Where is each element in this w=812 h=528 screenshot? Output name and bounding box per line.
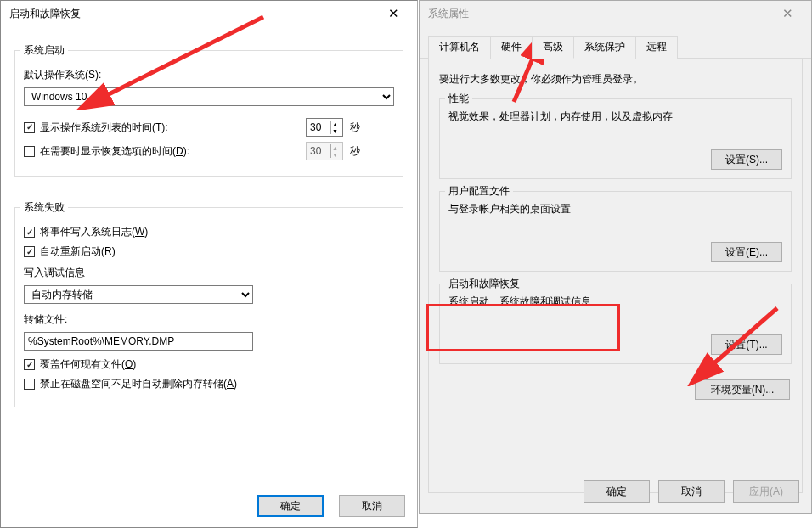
titlebar[interactable]: 启动和故障恢复 ✕ [1, 1, 417, 26]
profiles-desc: 与登录帐户相关的桌面设置 [448, 202, 782, 216]
close-button[interactable]: ✕ [770, 3, 804, 25]
group-label: 用户配置文件 [445, 184, 513, 199]
group-label: 系统启动 [20, 43, 68, 58]
system-failure-group: 系统失败 将事件写入系统日志(W) 自动重新启动(R) 写入调试信息 自动内存转… [14, 207, 403, 407]
startup-settings-button[interactable]: 设置(T)... [711, 334, 782, 355]
performance-group: 性能 视觉效果，处理器计划，内存使用，以及虚拟内存 设置(S)... [439, 98, 792, 179]
write-event-label: 将事件写入系统日志(W) [40, 225, 148, 239]
admin-notice: 要进行大多数更改，你必须作为管理员登录。 [439, 72, 792, 87]
show-os-list-seconds-input[interactable] [310, 121, 330, 133]
chevron-up-icon: ▲ [330, 144, 339, 151]
titlebar[interactable]: 系统属性 ✕ [420, 1, 811, 26]
default-os-select[interactable]: Windows 10 [24, 87, 394, 106]
chevron-up-icon[interactable]: ▲ [330, 121, 339, 127]
close-icon: ✕ [782, 6, 793, 21]
user-profiles-group: 用户配置文件 与登录帐户相关的桌面设置 设置(E)... [439, 191, 792, 272]
auto-restart-label: 自动重新启动(R) [40, 244, 116, 259]
startup-recovery-dialog: 启动和故障恢复 ✕ 系统启动 默认操作系统(S): Windows 10 显示操… [0, 0, 418, 528]
tab-system-protection[interactable]: 系统保护 [573, 36, 636, 59]
performance-settings-button[interactable]: 设置(S)... [711, 149, 782, 170]
dialog-title: 系统属性 [426, 7, 770, 21]
no-dump-low-space-checkbox[interactable] [24, 379, 35, 390]
tab-advanced[interactable]: 高级 [532, 36, 574, 59]
dialog-title: 启动和故障恢复 [8, 7, 376, 21]
dump-file-label: 转储文件: [24, 312, 394, 327]
tabs: 计算机名 硬件 高级 系统保护 远程 [420, 26, 811, 59]
group-label: 性能 [445, 92, 472, 106]
no-dump-low-space-label: 禁止在磁盘空间不足时自动删除内存转储(A) [40, 377, 237, 391]
tab-hardware[interactable]: 硬件 [490, 36, 533, 59]
chevron-down-icon: ▼ [330, 151, 339, 158]
auto-restart-checkbox[interactable] [24, 246, 35, 257]
group-label: 启动和故障恢复 [445, 277, 523, 291]
show-recovery-label: 在需要时显示恢复选项的时间(D): [40, 144, 189, 159]
show-os-list-label: 显示操作系统列表的时间(T): [40, 121, 168, 135]
cancel-button[interactable]: 取消 [658, 480, 725, 503]
default-os-label: 默认操作系统(S): [24, 68, 394, 82]
startup-desc: 系统启动、系统故障和调试信息 [448, 295, 782, 309]
cancel-button[interactable]: 取消 [339, 495, 405, 517]
close-button[interactable]: ✕ [376, 3, 410, 25]
show-recovery-checkbox[interactable] [24, 146, 35, 157]
environment-variables-button[interactable]: 环境变量(N)... [695, 379, 790, 400]
apply-button[interactable]: 应用(A) [733, 480, 799, 503]
group-label: 系统失败 [20, 200, 68, 215]
show-os-list-seconds-spin[interactable]: ▲▼ [306, 118, 343, 137]
close-icon: ✕ [388, 6, 399, 21]
ok-button[interactable]: 确定 [257, 495, 324, 517]
system-properties-dialog: 系统属性 ✕ 计算机名 硬件 高级 系统保护 远程 要进行大多数更改，你必须作为… [419, 0, 812, 514]
show-recovery-seconds-spin: ▲▼ [306, 142, 343, 160]
tab-body-advanced: 要进行大多数更改，你必须作为管理员登录。 性能 视觉效果，处理器计划，内存使用，… [428, 59, 803, 493]
system-startup-group: 系统启动 默认操作系统(S): Windows 10 显示操作系统列表的时间(T… [14, 50, 403, 177]
chevron-down-icon[interactable]: ▼ [330, 127, 339, 134]
performance-desc: 视觉效果，处理器计划，内存使用，以及虚拟内存 [448, 110, 782, 124]
seconds-unit-2: 秒 [350, 144, 360, 159]
dump-file-input[interactable] [24, 332, 253, 351]
debug-info-label: 写入调试信息 [24, 266, 394, 280]
show-recovery-seconds-input [310, 145, 330, 157]
tab-remote[interactable]: 远程 [635, 36, 678, 59]
seconds-unit: 秒 [350, 121, 360, 135]
show-os-list-checkbox[interactable] [24, 122, 35, 133]
tab-computer-name[interactable]: 计算机名 [428, 36, 491, 59]
overwrite-checkbox[interactable] [24, 359, 35, 370]
write-event-checkbox[interactable] [24, 227, 35, 238]
profiles-settings-button[interactable]: 设置(E)... [711, 242, 782, 262]
ok-button[interactable]: 确定 [584, 480, 650, 503]
startup-recovery-group: 启动和故障恢复 系统启动、系统故障和调试信息 设置(T)... [439, 284, 792, 364]
debug-info-select[interactable]: 自动内存转储 [24, 285, 253, 304]
overwrite-label: 覆盖任何现有文件(O) [40, 357, 136, 372]
